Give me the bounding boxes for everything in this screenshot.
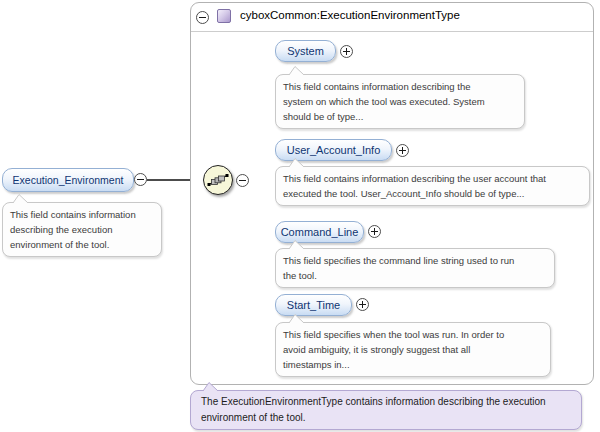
annotation-command-line: This field specifies the command line st… bbox=[275, 248, 555, 288]
element-start-time[interactable]: Start_Time bbox=[275, 294, 352, 316]
callout-pointer bbox=[202, 382, 219, 391]
annotation-type: The ExecutionEnvironmentType contains in… bbox=[190, 390, 582, 430]
element-system[interactable]: System bbox=[275, 40, 336, 62]
annotation-start-time: This field specifies when the tool was r… bbox=[275, 322, 551, 377]
expand-user-account-info-icon[interactable] bbox=[396, 144, 409, 157]
sequence-compositor-icon[interactable] bbox=[203, 165, 233, 195]
expand-start-time-icon[interactable] bbox=[356, 298, 369, 311]
element-execution-environment[interactable]: Execution_Environment bbox=[2, 168, 134, 192]
collapse-sequence-icon[interactable] bbox=[236, 174, 249, 187]
callout-pointer bbox=[288, 314, 305, 323]
expand-system-icon[interactable] bbox=[340, 45, 353, 58]
annotation-execution-environment: This field contains information describi… bbox=[2, 202, 162, 257]
callout-pointer bbox=[12, 194, 29, 203]
collapse-element-icon[interactable] bbox=[134, 173, 147, 186]
expand-command-line-icon[interactable] bbox=[368, 225, 381, 238]
callout-pointer bbox=[288, 158, 305, 167]
callout-pointer bbox=[288, 66, 305, 75]
sequence-glyph bbox=[207, 171, 229, 189]
annotation-user-account-info: This field contains information describi… bbox=[275, 166, 590, 206]
type-title: cyboxCommon:ExecutionEnvironmentType bbox=[240, 9, 460, 21]
complex-type-icon bbox=[217, 9, 231, 23]
callout-pointer bbox=[288, 240, 305, 249]
schema-diagram: cyboxCommon:ExecutionEnvironmentType Exe… bbox=[0, 0, 600, 432]
annotation-system: This field contains information describi… bbox=[275, 74, 525, 129]
collapse-type-icon[interactable] bbox=[196, 11, 209, 24]
